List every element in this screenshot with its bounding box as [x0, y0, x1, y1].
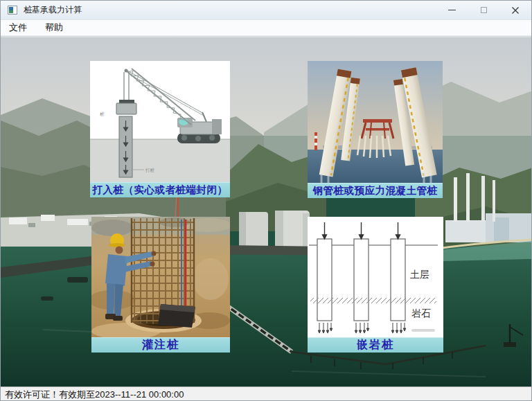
cast-in-place-pile-photo	[91, 217, 230, 337]
menu-help[interactable]: 帮助	[43, 21, 65, 35]
window-title: 桩基承载力计算	[24, 4, 82, 16]
main-area: 桩 打桩 打入桩（实心或者桩端封闭）	[1, 39, 532, 386]
maximize-icon	[481, 7, 487, 13]
caption-cast-in-place-pile: 灌注桩	[91, 337, 230, 353]
minimize-button[interactable]	[436, 1, 468, 19]
caption-driven-pile: 打入桩（实心或者桩端封闭）	[90, 182, 230, 197]
steel-pipe-pile-photo	[308, 61, 443, 183]
panel-rock-socketed-pile[interactable]: 土层 岩石	[308, 217, 443, 353]
rock-diagram-soil-label: 土层	[410, 269, 429, 280]
panel-driven-pile[interactable]: 桩 打桩 打入桩（实心或者桩端封闭）	[90, 61, 230, 197]
app-window: 桩基承载力计算 文件 帮助	[0, 0, 532, 401]
status-bar: 有效许可证！有效期至2023--11--21 00:00:00	[1, 386, 531, 401]
maximize-button[interactable]	[468, 1, 499, 19]
close-icon	[511, 6, 520, 15]
driven-diagram-pile-label: 桩	[99, 112, 105, 116]
diagram-watermark	[411, 329, 435, 332]
rock-diagram-rock-label: 岩石	[411, 308, 431, 319]
menu-bar: 文件 帮助	[1, 20, 531, 35]
rock-socketed-pile-diagram: 土层 岩石	[308, 217, 443, 337]
caption-rock-socketed-pile: 嵌岩桩	[308, 337, 443, 353]
window-controls	[436, 1, 531, 19]
panel-steel-pipe-pile[interactable]: 钢管桩或预应力混凝土管桩	[308, 61, 443, 198]
title-bar: 桩基承载力计算	[1, 1, 531, 20]
app-icon	[8, 6, 17, 15]
panel-cast-in-place-pile[interactable]: 灌注桩	[91, 217, 230, 353]
driven-diagram-drive-label: 打桩	[145, 168, 155, 173]
background-photo	[1, 39, 532, 386]
menu-file[interactable]: 文件	[7, 21, 29, 35]
minimize-icon	[448, 10, 456, 10]
license-status-text: 有效许可证！有效期至2023--11--21 00:00:00	[5, 389, 184, 401]
caption-steel-pipe-pile: 钢管桩或预应力混凝土管桩	[308, 183, 443, 198]
close-button[interactable]	[499, 1, 531, 19]
driven-pile-diagram: 桩 打桩	[90, 61, 230, 182]
